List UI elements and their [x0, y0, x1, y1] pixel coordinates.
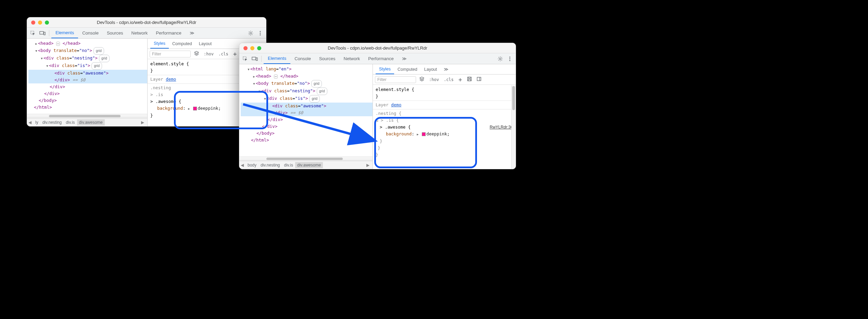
scrollbar-horizontal[interactable] [239, 157, 373, 161]
maximize-icon[interactable] [257, 46, 261, 50]
svg-rect-16 [468, 79, 470, 81]
tab-console[interactable]: Console [290, 53, 315, 64]
chevron-left-icon[interactable]: ◀ [241, 163, 246, 168]
chevron-down-icon[interactable] [258, 88, 261, 95]
minimize-icon[interactable] [250, 46, 254, 50]
more-tabs-icon[interactable]: ≫ [398, 53, 411, 64]
titlebar: DevTools - cdpn.io/web-dot-dev/fullpage/… [239, 43, 516, 53]
inspect-icon[interactable] [28, 29, 37, 38]
devtools-toolbar: Elements Console Sources Network Perform… [239, 53, 516, 64]
maximize-icon[interactable] [45, 21, 49, 25]
cls-button[interactable]: .cls [442, 77, 455, 83]
dom-tree[interactable]: <head> ⋯ </head> <body translate="no">gr… [27, 39, 147, 114]
scrollbar-horizontal[interactable] [27, 114, 147, 118]
crumb-awesome[interactable]: div.awesome [77, 119, 105, 125]
chevron-right-icon[interactable]: ▶ [141, 120, 146, 125]
hov-button[interactable]: :hov [202, 51, 215, 57]
kebab-icon[interactable] [505, 54, 514, 63]
tab-styles[interactable]: Styles [376, 64, 394, 74]
grid-badge[interactable]: grid [91, 62, 102, 70]
hov-button[interactable]: :hov [428, 77, 440, 83]
crumb-ly[interactable]: ly [33, 119, 40, 125]
ellipsis-icon[interactable]: ⋯ [56, 42, 60, 46]
titlebar: DevTools - cdpn.io/web-dot-dev/fullpage/… [27, 17, 266, 28]
dom-tree[interactable]: <html lang="en"> <head> ⋯ </head> <body … [239, 64, 373, 157]
tab-computed[interactable]: Computed [394, 64, 421, 74]
layer-link[interactable]: demo [391, 102, 401, 107]
window-title: DevTools - cdpn.io/web-dot-dev/fullpage/… [239, 45, 516, 51]
close-icon[interactable] [31, 21, 35, 25]
panel-icon[interactable] [475, 76, 483, 83]
chevron-down-icon[interactable] [46, 62, 49, 69]
filter-input[interactable]: Filter [150, 51, 191, 57]
close-icon[interactable] [243, 46, 248, 50]
chevron-down-icon[interactable] [263, 95, 267, 102]
layer-link[interactable]: demo [166, 77, 176, 82]
minimize-icon[interactable] [38, 21, 42, 25]
chevron-down-icon[interactable] [247, 66, 250, 73]
tab-layout[interactable]: Layout [421, 64, 441, 74]
tab-styles[interactable]: Styles [150, 39, 169, 49]
source-link[interactable]: RwYLRdr:36 [490, 124, 513, 131]
tab-performance[interactable]: Performance [152, 28, 185, 38]
crumb-nesting[interactable]: div.nesting [40, 119, 64, 125]
plus-icon[interactable]: + [232, 50, 238, 58]
tab-network[interactable]: Network [127, 28, 152, 38]
tab-layout[interactable]: Layout [196, 39, 215, 49]
chevron-down-icon[interactable] [35, 47, 38, 54]
inspect-icon[interactable] [241, 54, 250, 63]
window-title: DevTools - cdpn.io/web-dot-dev/fullpage/… [27, 20, 266, 25]
grid-badge[interactable]: grid [99, 55, 110, 62]
svg-point-6 [260, 34, 261, 35]
breadcrumb: ◀ body div.nesting div.is div.awesome ▶ [239, 161, 373, 169]
crumb-is[interactable]: div.is [64, 119, 77, 125]
device-icon[interactable] [38, 29, 47, 38]
gear-icon[interactable] [246, 29, 255, 38]
color-swatch-icon[interactable] [422, 132, 426, 136]
tab-sources[interactable]: Sources [103, 28, 127, 38]
grid-badge[interactable]: grid [309, 95, 320, 103]
styles-body[interactable]: element.style { } Layer demo .nesting { … [373, 85, 516, 169]
tab-elements[interactable]: Elements [264, 53, 290, 64]
tab-computed[interactable]: Computed [169, 39, 196, 49]
tab-console[interactable]: Console [78, 28, 103, 38]
device-icon[interactable] [250, 54, 259, 63]
grid-badge[interactable]: grid [311, 80, 322, 88]
color-swatch-icon[interactable] [193, 107, 197, 110]
crumb-nesting[interactable]: div.nesting [259, 162, 282, 168]
cls-button[interactable]: .cls [217, 51, 230, 57]
crumb-body[interactable]: body [246, 162, 259, 168]
chevron-right-icon[interactable] [35, 40, 38, 47]
save-icon[interactable] [466, 76, 473, 83]
more-tabs-icon[interactable]: ≫ [186, 28, 199, 38]
tab-network[interactable]: Network [340, 53, 364, 64]
ellipsis-icon[interactable]: ⋯ [274, 75, 278, 79]
chevron-right-icon[interactable] [252, 73, 256, 80]
crumb-awesome[interactable]: div.awesome [295, 162, 323, 168]
filter-input[interactable]: Filter [375, 76, 416, 83]
tab-elements[interactable]: Elements [51, 28, 78, 38]
grid-badge[interactable]: grid [317, 88, 327, 95]
selected-node[interactable]: <div class="awesome"> [28, 70, 147, 77]
crumb-is[interactable]: div.is [282, 162, 295, 168]
grid-badge[interactable]: grid [93, 47, 104, 55]
layers-icon[interactable] [418, 76, 426, 83]
tab-sources[interactable]: Sources [315, 53, 340, 64]
more-tabs-icon[interactable]: ≫ [440, 64, 452, 74]
tab-performance[interactable]: Performance [364, 53, 398, 64]
gear-icon[interactable] [496, 54, 505, 63]
layers-icon[interactable] [193, 50, 200, 57]
chevron-down-icon[interactable] [40, 55, 43, 62]
scrollbar-vertical[interactable] [511, 85, 516, 169]
chevron-left-icon[interactable]: ◀ [28, 120, 33, 125]
svg-point-3 [250, 32, 252, 34]
plus-icon[interactable]: + [457, 75, 464, 84]
selected-node[interactable]: <div class="awesome"> [241, 103, 373, 109]
svg-point-12 [510, 58, 511, 59]
svg-rect-15 [468, 77, 470, 79]
svg-point-11 [510, 56, 511, 57]
svg-rect-2 [44, 32, 45, 35]
chevron-right-icon[interactable]: ▶ [366, 163, 371, 168]
chevron-down-icon[interactable] [252, 80, 256, 87]
kebab-icon[interactable] [256, 29, 265, 38]
